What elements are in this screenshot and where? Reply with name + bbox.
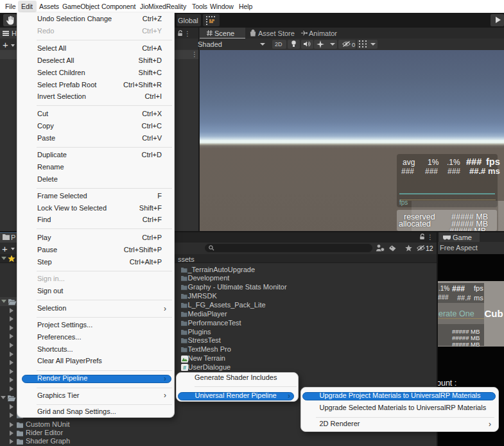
- svg-text:#: #: [183, 365, 186, 371]
